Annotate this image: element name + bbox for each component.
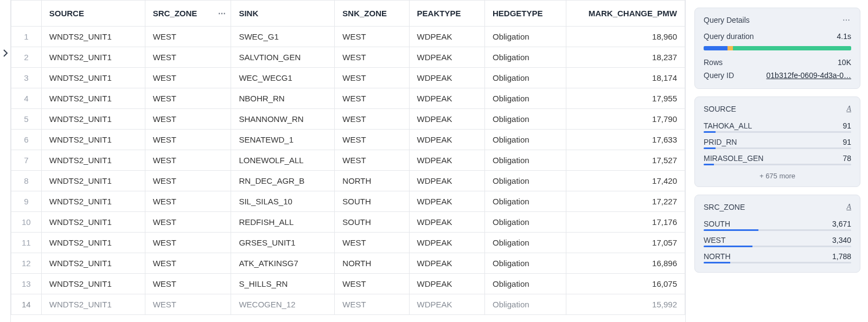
cell-SRC_ZONE: WEST <box>145 88 231 109</box>
facet-item-count: 91 <box>843 138 851 146</box>
table-row[interactable]: 7WNDTS2_UNIT1WESTLONEWOLF_ALLWESTWDPEAKO… <box>11 150 685 171</box>
query-details-title: Query Details <box>704 16 750 24</box>
column-header-SOURCE[interactable]: SOURCE <box>41 1 145 27</box>
cell-SINK: LONEWOLF_ALL <box>231 150 335 171</box>
table-row[interactable]: 10WNDTS2_UNIT1WESTREDFISH_ALLSOUTHWDPEAK… <box>11 212 685 233</box>
cell-SINK: SIL_SILAS_10 <box>231 191 335 212</box>
cell-HEDGETYPE: Obligation <box>485 130 566 150</box>
cell-SINK: SHANNONW_RN <box>231 109 335 130</box>
cell-HEDGETYPE: Obligation <box>485 88 566 109</box>
table-row[interactable]: 13WNDTS2_UNIT1WESTS_HILLS_RNWESTWDPEAKOb… <box>11 274 685 294</box>
facet-item[interactable]: MIRASOLE_GEN78 <box>704 151 851 164</box>
column-header-rownum[interactable] <box>11 1 42 27</box>
cell-SRC_ZONE: WEST <box>145 171 231 191</box>
cell-HEDGETYPE: Obligation <box>485 294 566 315</box>
duration-segment-blue <box>704 46 727 50</box>
cell-SRC_ZONE: WEST <box>145 191 231 212</box>
facet-more-link[interactable]: + 675 more <box>704 168 851 180</box>
table-row[interactable]: 9WNDTS2_UNIT1WESTSIL_SILAS_10SOUTHWDPEAK… <box>11 191 685 212</box>
cell-SNK_ZONE: NORTH <box>335 171 409 191</box>
cell-SNK_ZONE: WEST <box>335 27 409 47</box>
cell-SNK_ZONE: WEST <box>335 233 409 253</box>
table-row[interactable]: 14WNDTS2_UNIT1WESTWECOGEN_12WESTWDPEAKOb… <box>11 294 685 315</box>
queryid-link[interactable]: 01b312fe-0609-4d3a-0… <box>767 71 851 80</box>
cell-SNK_ZONE: WEST <box>335 274 409 294</box>
cell-HEDGETYPE: Obligation <box>485 68 566 88</box>
cell-SOURCE: WNDTS2_UNIT1 <box>41 150 145 171</box>
column-header-MARK_CHANGE_PMW[interactable]: MARK_CHANGE_PMW <box>566 1 685 27</box>
table-row[interactable]: 4WNDTS2_UNIT1WESTNBOHR_RNWESTWDPEAKOblig… <box>11 88 685 109</box>
table-row[interactable]: 12WNDTS2_UNIT1WESTATK_ATKINSG7NORTHWDPEA… <box>11 253 685 274</box>
column-header-HEDGETYPE[interactable]: HEDGETYPE <box>485 1 566 27</box>
facet-bar <box>704 147 851 149</box>
rows-label: Rows <box>704 58 723 67</box>
cell-HEDGETYPE: Obligation <box>485 274 566 294</box>
cell-SRC_ZONE: WEST <box>145 130 231 150</box>
column-menu-icon[interactable]: ⋯ <box>218 9 226 18</box>
table-row[interactable]: 11WNDTS2_UNIT1WESTGRSES_UNIT1WESTWDPEAKO… <box>11 233 685 253</box>
row-number: 12 <box>11 253 42 274</box>
facet-item-label: PRID_RN <box>704 138 737 146</box>
facet-item-count: 78 <box>843 154 851 163</box>
queryid-label: Query ID <box>704 71 734 80</box>
facet-item-label: NORTH <box>704 252 731 261</box>
cell-SOURCE: WNDTS2_UNIT1 <box>41 253 145 274</box>
left-panel-toggle[interactable] <box>0 0 11 322</box>
column-header-PEAKTYPE[interactable]: PEAKTYPE <box>409 1 484 27</box>
type-glyph-icon[interactable]: A <box>846 105 851 113</box>
facet-title: SRC_ZONE <box>704 203 745 211</box>
facet-item-label: MIRASOLE_GEN <box>704 154 763 163</box>
cell-SINK: SENATEWD_1 <box>231 130 335 150</box>
cell-SRC_ZONE: WEST <box>145 253 231 274</box>
facet-bar <box>704 262 851 263</box>
cell-SNK_ZONE: WEST <box>335 130 409 150</box>
row-number: 10 <box>11 212 42 233</box>
column-header-SINK[interactable]: SINK <box>231 1 335 27</box>
facet-item[interactable]: SOUTH3,671 <box>704 217 851 229</box>
type-glyph-icon[interactable]: A <box>846 203 851 211</box>
facet-item[interactable]: WEST3,340 <box>704 233 851 246</box>
facet-item[interactable]: NORTH1,788 <box>704 249 851 262</box>
cell-MARK_CHANGE_PMW: 16,896 <box>566 253 685 274</box>
cell-HEDGETYPE: Obligation <box>485 47 566 68</box>
row-number: 4 <box>11 88 42 109</box>
facet-item-count: 3,340 <box>832 236 851 244</box>
cell-MARK_CHANGE_PMW: 17,633 <box>566 130 685 150</box>
cell-SINK: S_HILLS_RN <box>231 274 335 294</box>
cell-PEAKTYPE: WDPEAK <box>409 294 484 315</box>
facet-item-label: WEST <box>704 236 725 244</box>
row-number: 11 <box>11 233 42 253</box>
cell-SINK: NBOHR_RN <box>231 88 335 109</box>
column-header-SRC_ZONE[interactable]: SRC_ZONE⋯ <box>145 1 231 27</box>
rows-value: 10K <box>838 58 851 67</box>
table-row[interactable]: 1WNDTS2_UNIT1WESTSWEC_G1WESTWDPEAKObliga… <box>11 27 685 47</box>
cell-HEDGETYPE: Obligation <box>485 171 566 191</box>
column-header-SNK_ZONE[interactable]: SNK_ZONE <box>335 1 409 27</box>
row-number: 14 <box>11 294 42 315</box>
cell-MARK_CHANGE_PMW: 15,992 <box>566 294 685 315</box>
more-icon[interactable]: ⋯ <box>843 16 851 24</box>
cell-MARK_CHANGE_PMW: 17,227 <box>566 191 685 212</box>
table-row[interactable]: 2WNDTS2_UNIT1WESTSALVTION_GENWESTWDPEAKO… <box>11 47 685 68</box>
cell-SNK_ZONE: WEST <box>335 109 409 130</box>
facet-item[interactable]: PRID_RN91 <box>704 135 851 147</box>
cell-SOURCE: WNDTS2_UNIT1 <box>41 27 145 47</box>
table-row[interactable]: 8WNDTS2_UNIT1WESTRN_DEC_AGR_BNORTHWDPEAK… <box>11 171 685 191</box>
table-row[interactable]: 3WNDTS2_UNIT1WESTWEC_WECG1WESTWDPEAKObli… <box>11 68 685 88</box>
cell-SRC_ZONE: WEST <box>145 68 231 88</box>
table-row[interactable]: 6WNDTS2_UNIT1WESTSENATEWD_1WESTWDPEAKObl… <box>11 130 685 150</box>
cell-PEAKTYPE: WDPEAK <box>409 274 484 294</box>
row-number: 9 <box>11 191 42 212</box>
details-sidebar: Query Details ⋯ Query duration 4.1s Rows… <box>686 0 868 322</box>
cell-SINK: WECOGEN_12 <box>231 294 335 315</box>
cell-HEDGETYPE: Obligation <box>485 253 566 274</box>
table-row[interactable]: 5WNDTS2_UNIT1WESTSHANNONW_RNWESTWDPEAKOb… <box>11 109 685 130</box>
cell-HEDGETYPE: Obligation <box>485 150 566 171</box>
facet-item[interactable]: TAHOKA_ALL91 <box>704 119 851 131</box>
cell-PEAKTYPE: WDPEAK <box>409 233 484 253</box>
facet-bar <box>704 164 851 165</box>
facet-item-count: 91 <box>843 121 851 130</box>
cell-MARK_CHANGE_PMW: 16,075 <box>566 274 685 294</box>
cell-PEAKTYPE: WDPEAK <box>409 171 484 191</box>
cell-SRC_ZONE: WEST <box>145 27 231 47</box>
